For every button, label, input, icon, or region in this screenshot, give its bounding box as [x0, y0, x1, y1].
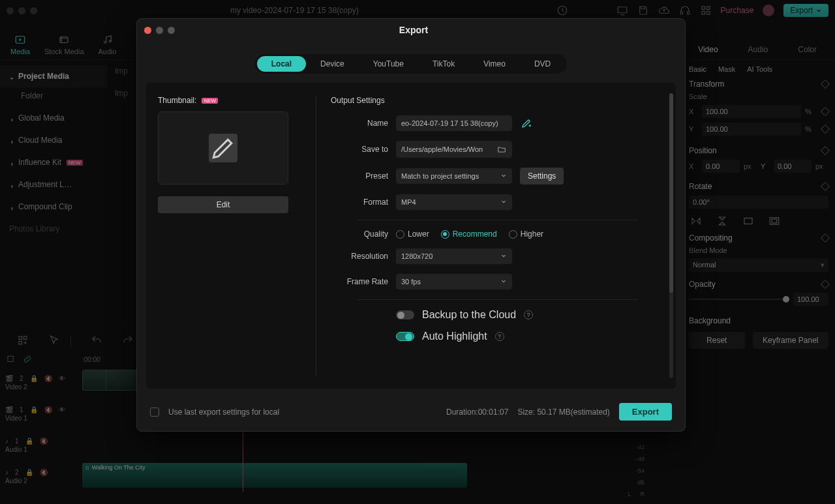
modal-scrollbar[interactable]	[669, 93, 673, 378]
auto-highlight-toggle[interactable]	[396, 332, 414, 341]
flip-v-icon[interactable]	[715, 215, 729, 227]
add-track-icon[interactable]	[17, 334, 29, 346]
format-select[interactable]: MP4	[396, 194, 512, 210]
inspector-tab-color[interactable]: Color	[790, 45, 825, 59]
quality-recommend-radio[interactable]: Recommend	[441, 230, 497, 239]
tab-dvd[interactable]: DVD	[520, 56, 565, 72]
edit-thumbnail-button[interactable]: Edit	[158, 196, 288, 213]
sidebar-project-media[interactable]: Project Media	[0, 65, 108, 87]
sidebar-photos[interactable]: Photos Library	[0, 218, 108, 240]
subtab-mask[interactable]: Mask	[718, 65, 735, 73]
keyframe-diamond-icon[interactable]	[821, 125, 830, 134]
opacity-input[interactable]: 100.00	[793, 293, 828, 306]
tab-youtube[interactable]: YouTube	[359, 56, 418, 72]
purchase-button[interactable]: Purchase	[721, 6, 754, 15]
resolution-select[interactable]: 1280x720	[396, 248, 512, 264]
link-icon[interactable]	[22, 355, 33, 364]
sidebar-influence-kit[interactable]: Influence KitNEW	[0, 151, 108, 173]
folder-icon[interactable]	[496, 145, 507, 154]
redo-icon[interactable]	[122, 334, 134, 346]
scale-y-input[interactable]: 100.00	[702, 123, 801, 136]
fit-icon[interactable]	[741, 215, 755, 227]
sidebar-adjustment[interactable]: Adjustment L…	[0, 173, 108, 196]
cloud-up-icon[interactable]	[658, 5, 670, 16]
rotate-input[interactable]: 0.00°	[689, 196, 828, 209]
cursor-icon[interactable]	[48, 334, 60, 346]
keyframe-diamond-icon[interactable]	[821, 107, 830, 116]
traffic-close[interactable]	[7, 7, 14, 14]
traffic-min[interactable]	[18, 7, 25, 14]
preset-select[interactable]: Match to project settings	[396, 168, 512, 184]
keyframe-diamond-icon[interactable]	[821, 280, 830, 289]
keyframe-diamond-icon[interactable]	[821, 80, 830, 89]
lock-icon[interactable]: 🔒	[25, 469, 33, 476]
quality-lower-radio[interactable]: Lower	[396, 230, 429, 239]
history-icon[interactable]	[556, 5, 568, 16]
sidebar-cloud-media[interactable]: Cloud Media	[0, 129, 108, 151]
traffic-max[interactable]	[30, 7, 37, 14]
tab-vimeo[interactable]: Vimeo	[469, 56, 520, 72]
save-icon[interactable]	[637, 5, 649, 16]
mute-icon[interactable]: 🔇	[40, 437, 48, 445]
modal-min-icon[interactable]	[156, 27, 163, 34]
titlebar-export-button[interactable]: Export	[783, 4, 828, 17]
framerate-select[interactable]: 30 fps	[396, 274, 512, 289]
tab-device[interactable]: Device	[306, 56, 359, 72]
section-compositing[interactable]: Compositing	[689, 233, 733, 243]
keyframe-diamond-icon[interactable]	[821, 182, 830, 191]
audio-meter: -42-48-54dB LR	[628, 441, 645, 500]
preset-settings-button[interactable]: Settings	[520, 168, 564, 185]
timeline-ruler[interactable]: :00:00	[77, 352, 100, 366]
section-transform[interactable]: Transform	[689, 80, 724, 89]
section-background[interactable]: Background	[689, 316, 731, 325]
pos-y-input[interactable]: 0.00	[774, 160, 812, 173]
sidebar-global-media[interactable]: Global Media	[0, 107, 108, 129]
undo-icon[interactable]	[91, 334, 102, 346]
subtab-basic[interactable]: Basic	[689, 65, 706, 73]
backup-cloud-toggle[interactable]	[396, 310, 414, 319]
tab-tiktok[interactable]: TikTok	[418, 56, 469, 72]
tab-media[interactable]: Media	[10, 34, 30, 59]
device-icon[interactable]	[616, 5, 628, 16]
quality-higher-radio[interactable]: Higher	[509, 230, 543, 239]
thumbnail-preview[interactable]	[158, 111, 288, 185]
lock-icon[interactable]: 🔒	[25, 437, 33, 445]
lock-icon[interactable]: 🔒	[30, 406, 38, 413]
ai-rename-icon[interactable]	[520, 117, 533, 129]
keyframe-diamond-icon[interactable]	[821, 146, 830, 155]
tab-local[interactable]: Local	[257, 56, 306, 72]
scale-x-input[interactable]: 100.00	[702, 105, 801, 118]
user-avatar[interactable]	[763, 5, 774, 16]
mute-icon[interactable]: 🔇	[40, 469, 48, 476]
mute-icon[interactable]: 🔇	[44, 375, 52, 382]
headphones-icon[interactable]	[679, 5, 691, 16]
audio-clip[interactable]: ♫Walking On The City	[82, 463, 467, 488]
help-icon[interactable]: ?	[524, 310, 533, 319]
inspector-tab-audio[interactable]: Audio	[740, 45, 776, 59]
modal-close-icon[interactable]	[144, 27, 151, 34]
name-input[interactable]: eo-2024-07-19 17 15 38(copy)	[396, 115, 512, 131]
blend-mode-select[interactable]: Normal▾	[689, 258, 828, 272]
help-icon[interactable]: ?	[495, 332, 504, 341]
mute-icon[interactable]: 🔇	[44, 406, 52, 413]
eye-icon[interactable]: 👁	[59, 375, 65, 382]
flip-h-icon[interactable]	[689, 215, 703, 227]
sidebar-folder[interactable]: Folder	[0, 87, 108, 107]
subtab-ai-tools[interactable]: AI Tools	[747, 65, 772, 73]
save-to-input[interactable]: /Users/apple/Movies/Won	[396, 141, 512, 158]
grid-icon[interactable]	[700, 5, 712, 16]
tab-stock-media[interactable]: Stock Media	[44, 34, 84, 59]
sidebar-compound-clip[interactable]: Compound Clip	[0, 196, 108, 218]
lock-icon[interactable]: 🔒	[30, 375, 38, 382]
inspector-tab-video[interactable]: Video	[690, 45, 725, 59]
keyframe-diamond-icon[interactable]	[821, 233, 830, 243]
export-button[interactable]: Export	[619, 403, 672, 421]
fill-icon[interactable]	[767, 215, 782, 227]
use-last-settings-checkbox[interactable]	[150, 408, 159, 417]
tab-audio[interactable]: Audio	[99, 34, 117, 59]
modal-max-icon[interactable]	[168, 27, 175, 34]
eye-icon[interactable]: 👁	[59, 406, 65, 413]
pos-x-input[interactable]: 0.00	[702, 160, 740, 173]
opacity-slider[interactable]	[689, 299, 789, 300]
marker-icon[interactable]	[5, 355, 16, 364]
